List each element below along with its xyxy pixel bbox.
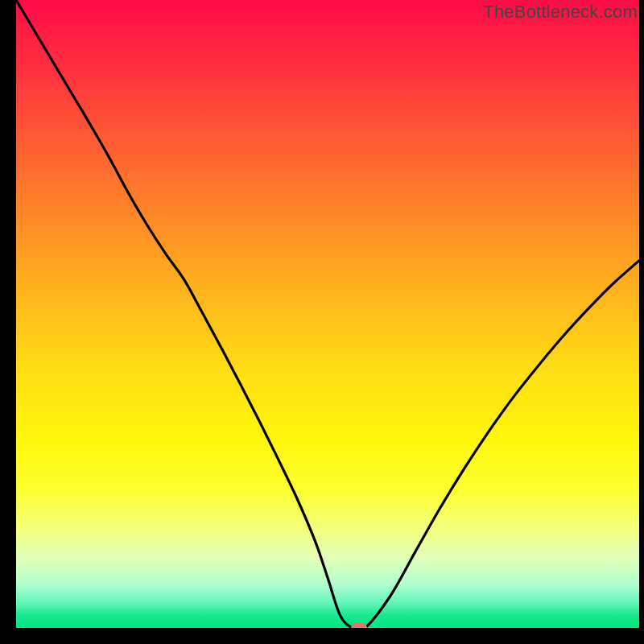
chart-frame: TheBottleneck.com	[0, 0, 644, 644]
bottleneck-curve	[16, 0, 639, 628]
watermark-text: TheBottleneck.com	[483, 2, 638, 23]
plot-area	[16, 0, 639, 628]
optimum-marker	[351, 623, 367, 628]
